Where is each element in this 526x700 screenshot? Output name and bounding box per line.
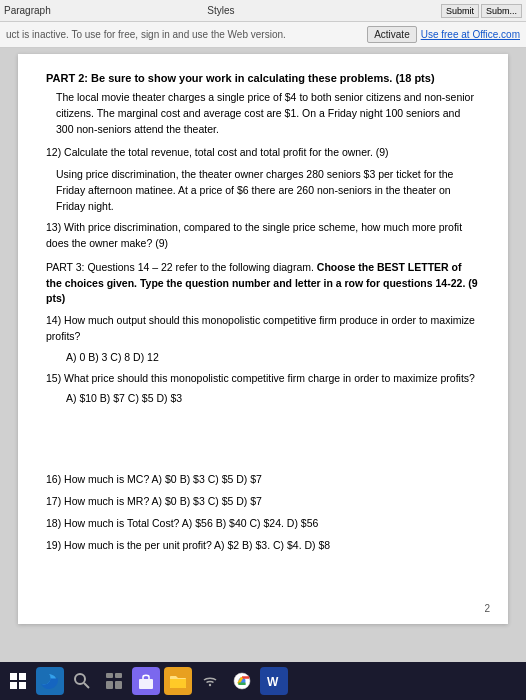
submit-button-1[interactable]: Submit (441, 4, 479, 18)
svg-rect-2 (10, 682, 17, 689)
task-view-icon[interactable] (100, 667, 128, 695)
svg-point-4 (75, 674, 85, 684)
document: PART 2: Be sure to show your work in cal… (18, 54, 508, 624)
svg-rect-7 (115, 673, 122, 678)
question-15: 15) What price should this monopolistic … (46, 371, 480, 387)
activation-toolbar: uct is inactive. To use for free, sign i… (0, 22, 526, 48)
question-18: 18) How much is Total Cost? A) $56 B) $4… (46, 516, 480, 532)
question-12-detail: Using price discrimination, the theater … (56, 167, 480, 214)
word-app-icon[interactable]: W (260, 667, 288, 695)
free-office-link[interactable]: Use free at Office.com (421, 29, 520, 40)
question-19: 19) How much is the per unit profit? A) … (46, 538, 480, 554)
windows-start-icon[interactable] (4, 667, 32, 695)
question-14-answers: A) 0 B) 3 C) 8 D) 12 (66, 351, 480, 363)
top-bar: Paragraph Styles Submit Subm... (0, 0, 526, 22)
network-icon[interactable] (196, 667, 224, 695)
question-16: 16) How much is MC? A) $0 B) $3 C) $5 D)… (46, 472, 480, 488)
svg-rect-1 (19, 673, 26, 680)
microsoft-store-icon[interactable] (132, 667, 160, 695)
chrome-browser-icon[interactable] (228, 667, 256, 695)
edge-browser-icon[interactable] (36, 667, 64, 695)
part2-heading: PART 2: Be sure to show your work in cal… (46, 72, 480, 84)
svg-rect-9 (115, 681, 122, 689)
paragraph-label: Paragraph (4, 5, 51, 16)
svg-rect-6 (106, 673, 113, 678)
file-explorer-icon[interactable] (164, 667, 192, 695)
svg-text:W: W (267, 675, 279, 689)
question-17: 17) How much is MR? A) $0 B) $3 C) $5 D)… (46, 494, 480, 510)
inactive-text: uct is inactive. To use for free, sign i… (6, 29, 363, 40)
svg-rect-8 (106, 681, 113, 689)
activate-button[interactable]: Activate (367, 26, 417, 43)
question-13: 13) With price discrimination, compared … (46, 220, 480, 252)
svg-rect-0 (10, 673, 17, 680)
part3-heading-text: PART 3: Questions 14 – 22 refer to the f… (46, 261, 478, 305)
svg-line-5 (84, 683, 89, 688)
question-15-answers: A) $10 B) $7 C) $5 D) $3 (66, 392, 480, 404)
page-number: 2 (484, 603, 490, 614)
styles-label: Styles (207, 5, 234, 16)
question-12: 12) Calculate the total revenue, total c… (46, 145, 480, 161)
submit-button-2[interactable]: Subm... (481, 4, 522, 18)
taskbar-search-icon[interactable] (68, 667, 96, 695)
taskbar: W (0, 662, 526, 700)
part3-heading: PART 3: Questions 14 – 22 refer to the f… (46, 260, 480, 307)
question-14: 14) How much output should this monopoli… (46, 313, 480, 345)
intro-text: The local movie theater charges a single… (56, 90, 480, 137)
svg-rect-10 (139, 679, 153, 689)
svg-point-11 (209, 684, 211, 686)
svg-rect-3 (19, 682, 26, 689)
